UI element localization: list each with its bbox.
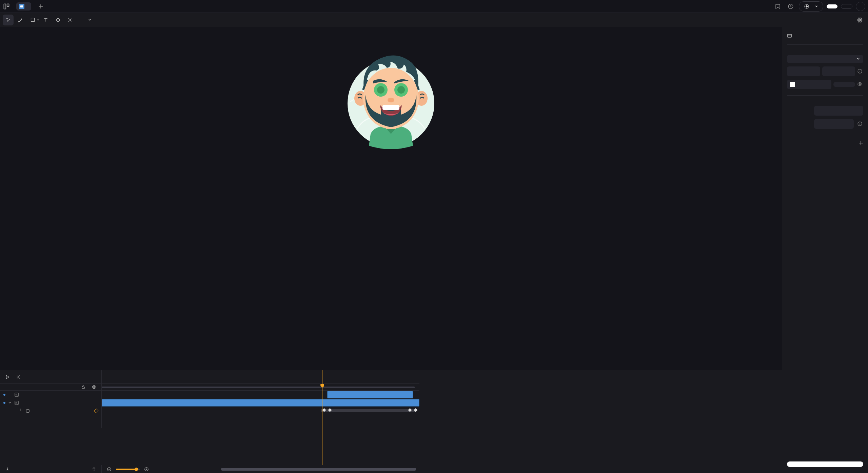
effects-icon[interactable]: [854, 15, 865, 25]
export-button[interactable]: [841, 4, 852, 9]
share-button[interactable]: [827, 4, 837, 8]
canvas-color-visibility-icon[interactable]: [857, 81, 863, 87]
svg-rect-23: [82, 387, 84, 389]
image-icon: [14, 400, 19, 405]
svg-point-7: [70, 19, 71, 21]
duration-input[interactable]: [817, 121, 850, 126]
svg-rect-17: [382, 105, 399, 110]
chevron-down-icon[interactable]: [8, 401, 12, 405]
keyframe[interactable]: [328, 408, 332, 412]
track-active-dot: [3, 394, 5, 396]
move-tool[interactable]: [53, 15, 63, 25]
svg-point-33: [859, 83, 861, 85]
duration-info-icon[interactable]: [857, 121, 863, 127]
visibility-toggle[interactable]: [90, 383, 98, 391]
image-icon: [14, 392, 19, 397]
lock-toggle[interactable]: [79, 383, 87, 391]
zoom-display[interactable]: [86, 18, 92, 22]
help-button[interactable]: [856, 2, 865, 11]
svg-point-8: [859, 19, 861, 21]
project-tab[interactable]: [16, 2, 31, 11]
svg-rect-27: [15, 401, 19, 405]
track-active-dot: [3, 402, 5, 404]
keyframe[interactable]: [408, 408, 412, 412]
create-button[interactable]: [799, 1, 823, 12]
zoom-out-button[interactable]: [105, 465, 113, 473]
import-button[interactable]: [3, 465, 12, 473]
svg-rect-25: [15, 393, 19, 397]
color-swatch[interactable]: [790, 82, 795, 87]
window-icon: [787, 33, 792, 38]
timeline-zoom-slider[interactable]: [116, 469, 140, 470]
canvas-preset-dropdown[interactable]: [787, 55, 863, 63]
history-icon[interactable]: [786, 2, 795, 11]
toolbar-separator: [80, 17, 80, 23]
svg-point-20: [377, 86, 384, 94]
new-tab-button[interactable]: [37, 2, 45, 11]
canvas-height-field[interactable]: [822, 66, 855, 76]
canvas-color-field[interactable]: [787, 80, 831, 89]
delete-button[interactable]: [90, 465, 98, 473]
playhead[interactable]: [322, 370, 322, 465]
add-layout-grid-button[interactable]: [859, 141, 863, 145]
keyframe[interactable]: [414, 408, 417, 412]
track-row-1[interactable]: [0, 391, 101, 399]
svg-rect-0: [4, 4, 6, 9]
app-logo-icon[interactable]: [3, 3, 10, 10]
project-header: [787, 33, 863, 38]
timeline-ruler[interactable]: [102, 370, 419, 384]
opacity-property-row[interactable]: └: [0, 407, 101, 415]
camera-tool[interactable]: [65, 15, 76, 25]
text-tool[interactable]: [40, 15, 51, 25]
canvas-width-input[interactable]: [792, 69, 807, 74]
keyframe-track[interactable]: [321, 409, 416, 412]
property-toggle-icon[interactable]: [26, 409, 29, 413]
canvas-info-icon[interactable]: [857, 68, 863, 75]
play-button[interactable]: [3, 373, 12, 381]
transitions-effects-button[interactable]: [787, 461, 863, 467]
frame-rate-field[interactable]: [814, 106, 863, 116]
canvas-viewport[interactable]: [0, 27, 782, 370]
pen-tool[interactable]: [15, 15, 26, 25]
shape-tool[interactable]: [27, 15, 38, 25]
svg-rect-6: [31, 18, 34, 22]
svg-point-5: [806, 5, 807, 7]
track-row-2[interactable]: [0, 399, 101, 407]
timeline-tracks-area[interactable]: [102, 391, 419, 428]
record-icon: [804, 4, 809, 9]
frame-rate-input[interactable]: [817, 108, 860, 113]
project-tab-icon: [19, 4, 24, 9]
keyframe-button[interactable]: [94, 409, 99, 413]
chevron-down-icon: [856, 57, 860, 61]
clip-1[interactable]: [327, 391, 413, 398]
svg-rect-31: [788, 34, 791, 37]
chevron-down-icon: [88, 18, 92, 22]
select-tool[interactable]: [3, 15, 14, 25]
keyframe[interactable]: [322, 408, 326, 412]
duration-field[interactable]: [814, 119, 854, 129]
skip-start-button[interactable]: [14, 373, 22, 381]
library-icon[interactable]: [773, 2, 783, 11]
clip-2[interactable]: [102, 399, 419, 407]
svg-point-24: [93, 387, 95, 388]
canvas-content[interactable]: [347, 51, 435, 146]
scrubber-track[interactable]: [102, 387, 415, 388]
svg-rect-1: [7, 4, 9, 6]
timeline-scrollbar[interactable]: [221, 468, 416, 471]
shape-tool-chevron[interactable]: ▾: [37, 18, 39, 22]
chevron-down-icon: [815, 5, 818, 8]
svg-point-22: [397, 86, 405, 94]
canvas-width-field[interactable]: [787, 66, 820, 76]
svg-rect-2: [20, 5, 23, 7]
canvas-color-opacity[interactable]: [833, 82, 855, 87]
canvas-height-input[interactable]: [827, 69, 843, 74]
zoom-in-button[interactable]: [142, 465, 151, 473]
svg-point-18: [388, 98, 394, 102]
